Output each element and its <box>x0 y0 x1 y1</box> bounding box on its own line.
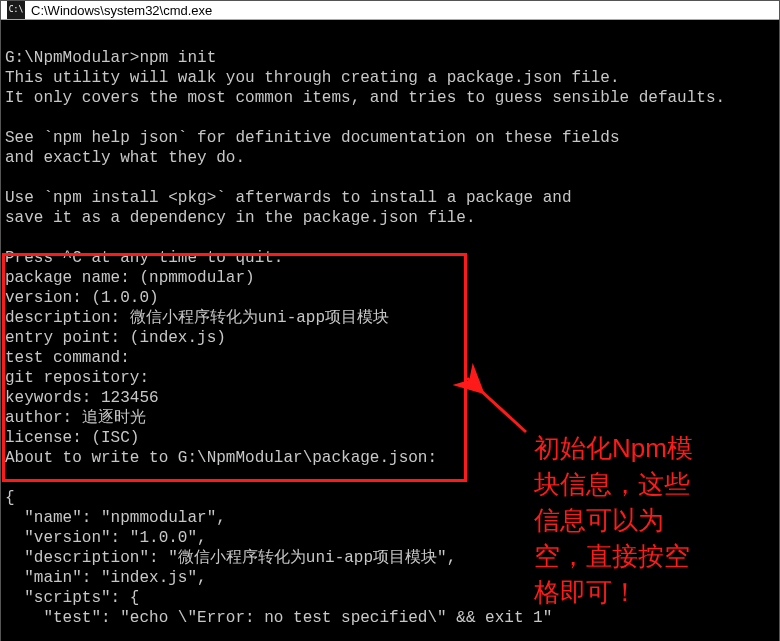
cmd-window: C:\ C:\Windows\system32\cmd.exe G:\NpmMo… <box>0 0 780 641</box>
json-open: { <box>5 489 15 507</box>
titlebar[interactable]: C:\ C:\Windows\system32\cmd.exe <box>1 1 779 20</box>
version-line: version: (1.0.0) <box>5 289 159 307</box>
author-line: author: 追逐时光 <box>5 409 146 427</box>
see-line-1: See `npm help json` for definitive docum… <box>5 129 620 147</box>
terminal-area[interactable]: G:\NpmModular>npm init This utility will… <box>1 20 779 641</box>
intro-line-1: This utility will walk you through creat… <box>5 69 620 87</box>
entry-line: entry point: (index.js) <box>5 329 226 347</box>
keywords-line: keywords: 123456 <box>5 389 159 407</box>
json-description: "description": "微信小程序转化为uni-app项目模块", <box>5 549 456 567</box>
window-title: C:\Windows\system32\cmd.exe <box>31 3 212 18</box>
license-line: license: (ISC) <box>5 429 139 447</box>
see-line-2: and exactly what they do. <box>5 149 245 167</box>
intro-line-2: It only covers the most common items, an… <box>5 89 725 107</box>
json-main: "main": "index.js", <box>5 569 207 587</box>
json-test: "test": "echo \"Error: no test specified… <box>5 609 552 627</box>
press-line: Press ^C at any time to quit. <box>5 249 283 267</box>
annotation-text: 初始化Npm模 块信息，这些 信息可以为 空，直接按空 格即可！ <box>534 430 693 610</box>
json-name: "name": "npmmodular", <box>5 509 226 527</box>
json-scripts: "scripts": { <box>5 589 139 607</box>
testcmd-line: test command: <box>5 349 130 367</box>
gitrepo-line: git repository: <box>5 369 149 387</box>
json-version: "version": "1.0.0", <box>5 529 207 547</box>
cmd-icon: C:\ <box>7 1 25 19</box>
use-line-2: save it as a dependency in the package.j… <box>5 209 475 227</box>
about-write-line: About to write to G:\NpmModular\package.… <box>5 449 437 467</box>
description-line: description: 微信小程序转化为uni-app项目模块 <box>5 309 389 327</box>
use-line-1: Use `npm install <pkg>` afterwards to in… <box>5 189 572 207</box>
prompt-line: G:\NpmModular>npm init <box>5 49 216 67</box>
pkg-name-line: package name: (npmmodular) <box>5 269 255 287</box>
